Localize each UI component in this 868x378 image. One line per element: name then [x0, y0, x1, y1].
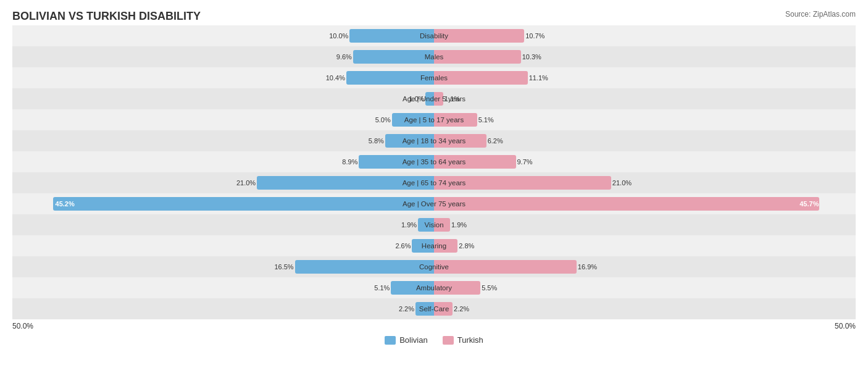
axis-right: 50.0% [835, 322, 856, 330]
chart-row: Cognitive16.5%16.9% [12, 256, 856, 277]
chart-row: Hearing2.6%2.8% [12, 235, 856, 256]
chart-row: Males9.6%10.3% [12, 46, 856, 67]
val-right: 2.2% [454, 305, 469, 313]
val-left: 5.1% [374, 284, 390, 292]
chart-row: Ambulatory5.1%5.5% [12, 277, 856, 298]
bar-left [53, 197, 434, 211]
row-label: Self-Care [419, 305, 449, 313]
val-left: 21.0% [236, 179, 256, 187]
val-left: 10.0% [329, 32, 348, 40]
val-left: 5.8% [369, 137, 384, 145]
row-label: Cognitive [419, 263, 449, 271]
val-left: 8.9% [342, 158, 357, 166]
row-label: Age | 35 to 64 years [403, 158, 466, 166]
val-right: 5.5% [482, 284, 497, 292]
chart-row: Vision1.9%1.9% [12, 214, 856, 235]
val-right: 21.0% [612, 179, 632, 187]
chart-row: Disability10.0%10.7% [12, 25, 856, 46]
val-right: 2.8% [459, 242, 474, 250]
legend-bolivian: Bolivian [385, 335, 428, 345]
turkish-color-box [443, 336, 454, 345]
chart-wrapper: BOLIVIAN VS TURKISH DISABILITY Source: Z… [12, 10, 856, 345]
val-left: 1.9% [401, 221, 417, 229]
chart-row: Age | 5 to 17 years5.0%5.1% [12, 109, 856, 130]
chart-row: Age | 18 to 34 years5.8%6.2% [12, 130, 856, 151]
val-left: 45.2% [56, 200, 75, 208]
chart-row: Age | Over 75 years45.2%45.7% [12, 193, 856, 214]
row-label: Vision [424, 221, 443, 229]
row-label: Age | Under 5 years [403, 95, 465, 103]
axis-labels: 50.0% 50.0% [12, 322, 856, 330]
val-right: 10.7% [525, 32, 545, 40]
chart-row: Age | 65 to 74 years21.0%21.0% [12, 172, 856, 193]
row-label: Hearing [422, 242, 446, 250]
legend: Bolivian Turkish [12, 335, 856, 345]
row-label: Age | Over 75 years [403, 200, 465, 208]
chart-row: Age | 35 to 64 years8.9%9.7% [12, 151, 856, 172]
val-right: 9.7% [517, 158, 533, 166]
val-right: 16.9% [578, 263, 597, 271]
bar-right [434, 260, 577, 274]
val-left: 2.2% [399, 305, 414, 313]
row-label: Females [420, 74, 448, 82]
bolivian-color-box [385, 336, 396, 345]
val-right: 11.1% [529, 74, 548, 82]
chart-area: Disability10.0%10.7%Males9.6%10.3%Female… [12, 25, 856, 319]
row-label: Males [425, 53, 444, 61]
val-right: 1.9% [451, 221, 467, 229]
chart-row: Age | Under 5 years1.0%1.1% [12, 88, 856, 109]
val-right: 6.2% [488, 137, 503, 145]
row-label: Disability [420, 32, 448, 40]
chart-title: BOLIVIAN VS TURKISH DISABILITY [12, 10, 201, 23]
val-left: 16.5% [274, 263, 293, 271]
bar-left [295, 260, 434, 274]
val-left: 5.0% [375, 116, 391, 124]
val-left: 2.6% [395, 242, 411, 250]
chart-row: Females10.4%11.1% [12, 67, 856, 88]
row-label: Age | 5 to 17 years [404, 116, 464, 124]
row-label: Age | 65 to 74 years [403, 179, 466, 187]
bar-right [434, 197, 819, 211]
bar-left [353, 50, 434, 64]
val-right: 10.3% [522, 53, 541, 61]
bar-right [434, 50, 521, 64]
row-label: Age | 18 to 34 years [403, 137, 466, 145]
val-right: 45.7% [799, 200, 819, 208]
turkish-label: Turkish [457, 335, 483, 345]
legend-turkish: Turkish [443, 335, 483, 345]
bar-right [434, 71, 528, 85]
bolivian-label: Bolivian [399, 335, 428, 345]
val-left: 9.6% [336, 53, 352, 61]
val-right: 5.1% [478, 116, 494, 124]
source-label: Source: ZipAtlas.com [785, 10, 856, 19]
axis-left: 50.0% [12, 322, 33, 330]
chart-row: Self-Care2.2%2.2% [12, 298, 856, 319]
row-label: Ambulatory [416, 284, 452, 292]
val-left: 10.4% [326, 74, 345, 82]
